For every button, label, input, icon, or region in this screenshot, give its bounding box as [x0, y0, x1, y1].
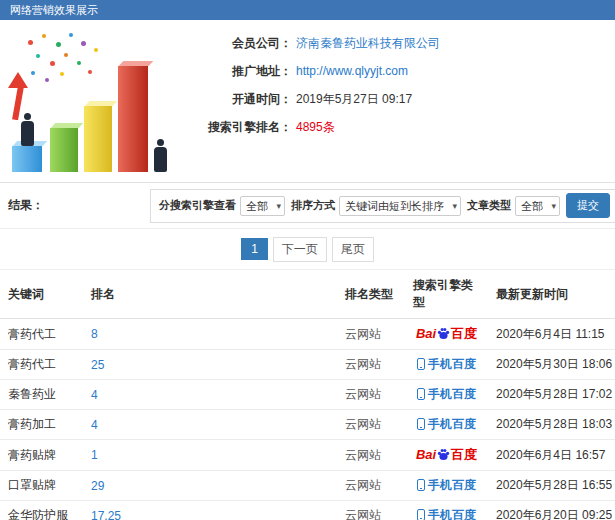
confetti-dot	[50, 61, 55, 66]
open-time-value: 2019年5月27日 09:17	[296, 92, 412, 106]
rank-link[interactable]: 17,25	[91, 509, 121, 520]
confetti-dot	[31, 71, 35, 75]
chart-bar-blue	[12, 146, 42, 172]
baidu-paw-icon	[437, 448, 450, 461]
filter-section: 结果： 分搜索引擎查看 全部 排序方式 关键词由短到长排序 文章类型 全部 提交	[0, 182, 615, 228]
keyword-cell: 口罩贴牌	[0, 471, 83, 501]
table-row: 秦鲁药业 4 云网站 手机百度 2020年5月28日 17:02	[0, 380, 615, 410]
rank-cell: 17,25	[83, 501, 337, 520]
rank-cell: 29	[83, 471, 337, 501]
info-section: 会员公司： 济南秦鲁药业科技有限公司 推广地址： http://www.qlyy…	[0, 20, 615, 182]
table-body: 膏药代工 8 云网站 Bai百度 2020年6月4日 11:15 膏药代工 25…	[0, 319, 615, 520]
engine-cell: 手机百度	[405, 410, 488, 440]
chart-bar-green	[50, 128, 78, 172]
promo-url-link[interactable]: http://www.qlyyjt.com	[296, 64, 408, 78]
phone-icon	[417, 418, 425, 430]
engine-select-wrap: 全部	[240, 196, 285, 216]
confetti-dot	[28, 40, 33, 45]
chart-bar-yellow	[84, 106, 112, 172]
sort-filter-label: 排序方式	[291, 198, 335, 213]
update-time-cell: 2020年5月28日 16:55	[488, 471, 615, 501]
update-time-cell: 2020年6月4日 16:57	[488, 440, 615, 471]
last-page-button[interactable]: 尾页	[332, 237, 374, 262]
table-header-row: 关键词 排名 排名类型 搜索引擎类型 最新更新时间	[0, 270, 615, 319]
rank-link[interactable]: 25	[91, 358, 104, 372]
engine-cell: 手机百度	[405, 380, 488, 410]
promo-url-field: 推广地址： http://www.qlyyjt.com	[192, 64, 440, 78]
keyword-cell: 金华防护服	[0, 501, 83, 520]
update-time-cell: 2020年6月4日 11:15	[488, 319, 615, 350]
businessman-figure	[19, 113, 35, 146]
confetti-dot	[64, 53, 68, 57]
mobile-baidu-logo: 手机百度	[417, 417, 476, 431]
table-row: 膏药加工 4 云网站 手机百度 2020年5月28日 18:03	[0, 410, 615, 440]
rank-cell: 25	[83, 350, 337, 380]
submit-button[interactable]: 提交	[566, 193, 610, 218]
member-company-link[interactable]: 济南秦鲁药业科技有限公司	[296, 36, 440, 50]
engine-cell: Bai百度	[405, 440, 488, 471]
article-select[interactable]: 全部	[515, 196, 560, 216]
field-label: 搜索引擎排名：	[192, 120, 292, 134]
mobile-baidu-logo: 手机百度	[417, 357, 476, 371]
keyword-cell: 膏药代工	[0, 350, 83, 380]
rank-link[interactable]: 4	[91, 388, 98, 402]
rank-type-cell: 云网站	[337, 380, 405, 410]
page-current[interactable]: 1	[241, 238, 268, 260]
next-page-button[interactable]: 下一页	[273, 237, 327, 262]
mobile-baidu-logo: 手机百度	[417, 508, 476, 520]
baidu-logo: Bai百度	[416, 327, 477, 341]
update-time-cell: 2020年5月28日 18:03	[488, 410, 615, 440]
engine-select[interactable]: 全部	[240, 196, 285, 216]
rank-type-cell: 云网站	[337, 410, 405, 440]
baidu-paw-icon	[437, 327, 450, 340]
member-company-field: 会员公司： 济南秦鲁药业科技有限公司	[192, 36, 440, 50]
rank-cell: 4	[83, 380, 337, 410]
table-row: 金华防护服 17,25 云网站 手机百度 2020年6月20日 09:25	[0, 501, 615, 520]
marketing-illustration	[6, 28, 178, 176]
rank-link[interactable]: 1	[91, 448, 98, 462]
rank-type-cell: 云网站	[337, 471, 405, 501]
confetti-dot	[42, 34, 46, 38]
phone-icon	[417, 388, 425, 400]
engine-cell: 手机百度	[405, 471, 488, 501]
update-time-cell: 2020年6月20日 09:25	[488, 501, 615, 520]
window-title-bar: 网络营销效果展示	[0, 0, 615, 20]
table-row: 膏药代工 8 云网站 Bai百度 2020年6月4日 11:15	[0, 319, 615, 350]
rank-cell: 8	[83, 319, 337, 350]
confetti-dot	[45, 78, 49, 82]
confetti-dot	[94, 48, 98, 52]
header-updated: 最新更新时间	[488, 270, 615, 319]
keyword-cell: 膏药代工	[0, 319, 83, 350]
engine-cell: Bai百度	[405, 319, 488, 350]
chart-bar-red	[118, 66, 148, 172]
filter-box: 分搜索引擎查看 全部 排序方式 关键词由短到长排序 文章类型 全部 提交	[150, 189, 615, 223]
pagination: 1 下一页 尾页	[0, 228, 615, 270]
update-time-cell: 2020年5月28日 17:02	[488, 380, 615, 410]
engine-filter-label: 分搜索引擎查看	[159, 198, 236, 213]
field-label: 推广地址：	[192, 64, 292, 78]
keyword-cell: 秦鲁药业	[0, 380, 83, 410]
baidu-logo: Bai百度	[416, 448, 477, 462]
confetti-dot	[88, 70, 92, 74]
page-title: 网络营销效果展示	[10, 4, 98, 16]
confetti-dot	[69, 33, 73, 37]
rank-type-cell: 云网站	[337, 501, 405, 520]
phone-icon	[417, 358, 425, 370]
results-table: 关键词 排名 排名类型 搜索引擎类型 最新更新时间 膏药代工 8 云网站 Bai…	[0, 270, 615, 520]
field-label: 会员公司：	[192, 36, 292, 50]
rank-link[interactable]: 8	[91, 327, 98, 341]
sort-select[interactable]: 关键词由短到长排序	[339, 196, 461, 216]
article-select-wrap: 全部	[515, 196, 560, 216]
rank-type-cell: 云网站	[337, 440, 405, 471]
table-row: 膏药贴牌 1 云网站 Bai百度 2020年6月4日 16:57	[0, 440, 615, 471]
confetti-dot	[36, 54, 40, 58]
result-label: 结果：	[0, 197, 150, 214]
header-rank: 排名	[83, 270, 337, 319]
rank-cell: 1	[83, 440, 337, 471]
engine-cell: 手机百度	[405, 501, 488, 520]
rank-link[interactable]: 29	[91, 479, 104, 493]
confetti-dot	[81, 41, 86, 46]
engine-rank-count: 4895条	[296, 120, 335, 134]
sort-select-wrap: 关键词由短到长排序	[339, 196, 461, 216]
rank-link[interactable]: 4	[91, 418, 98, 432]
